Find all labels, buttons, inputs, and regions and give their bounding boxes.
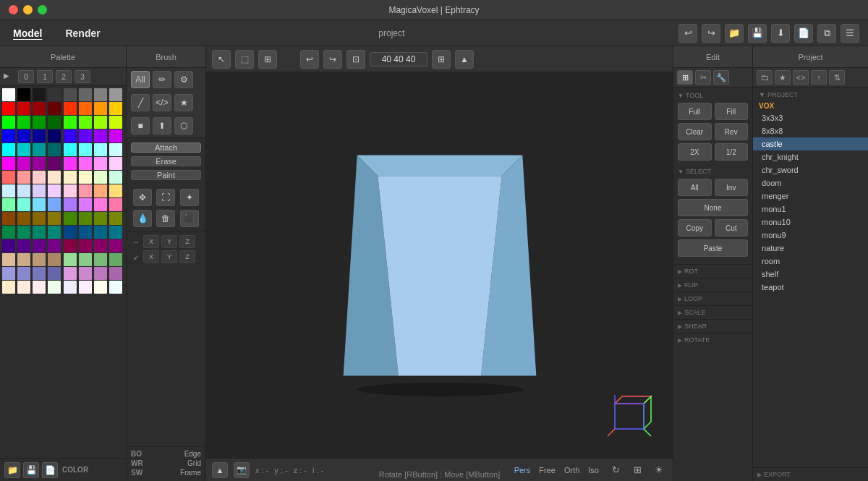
color-cell[interactable] bbox=[2, 102, 15, 115]
project-item[interactable]: 3x3x3 bbox=[753, 111, 868, 124]
maximize-button[interactable] bbox=[38, 5, 47, 14]
color-cell[interactable] bbox=[48, 226, 61, 239]
project-item[interactable]: chr_knight bbox=[753, 150, 868, 163]
color-cell[interactable] bbox=[17, 116, 30, 129]
save-button[interactable]: 💾 bbox=[748, 24, 767, 43]
inv-button[interactable]: Inv bbox=[715, 179, 749, 196]
color-cell[interactable] bbox=[2, 239, 15, 252]
loop-title[interactable]: ▶ LOOP bbox=[678, 295, 748, 302]
paste-button[interactable]: Paste bbox=[678, 239, 748, 257]
color-cell[interactable] bbox=[94, 267, 107, 280]
color-cell[interactable] bbox=[64, 171, 77, 184]
color-cell[interactable] bbox=[17, 184, 30, 197]
color-cell[interactable] bbox=[17, 212, 30, 225]
color-cell[interactable] bbox=[94, 157, 107, 170]
wand-btn[interactable]: ✦ bbox=[180, 189, 199, 206]
color-cell[interactable] bbox=[79, 88, 92, 101]
color-cell[interactable] bbox=[2, 116, 15, 129]
view-iso-btn[interactable]: Iso bbox=[585, 464, 602, 476]
color-cell[interactable] bbox=[109, 171, 122, 184]
color-cell[interactable] bbox=[17, 88, 30, 101]
color-cell[interactable] bbox=[17, 102, 30, 115]
color-cell[interactable] bbox=[2, 212, 15, 225]
menu-model[interactable]: Model bbox=[9, 26, 46, 41]
flip-title[interactable]: ▶ FLIP bbox=[678, 281, 748, 289]
color-cell[interactable] bbox=[33, 212, 46, 225]
project-item[interactable]: shelf bbox=[753, 268, 868, 281]
color-cell[interactable] bbox=[48, 102, 61, 115]
color-cell[interactable] bbox=[48, 212, 61, 225]
project-tab-upload[interactable]: ↑ bbox=[811, 70, 827, 85]
color-cell[interactable] bbox=[2, 267, 15, 280]
color-cell[interactable] bbox=[17, 129, 30, 142]
edit-tab-select[interactable]: ✂ bbox=[695, 70, 711, 85]
project-item[interactable]: castle bbox=[753, 137, 868, 150]
project-item[interactable]: menger bbox=[753, 190, 868, 203]
color-cell[interactable] bbox=[79, 102, 92, 115]
color-cell[interactable] bbox=[33, 171, 46, 184]
brush-line-btn[interactable]: ╱ bbox=[131, 94, 150, 111]
frame-label[interactable]: Frame bbox=[180, 469, 201, 477]
color-cell[interactable] bbox=[109, 198, 122, 211]
color-cell[interactable] bbox=[64, 226, 77, 239]
brush-square-btn[interactable]: ■ bbox=[131, 117, 150, 135]
project-tab-folder[interactable]: 🗀 bbox=[757, 70, 773, 85]
fill-button[interactable]: Fill bbox=[715, 103, 749, 120]
color-cell[interactable] bbox=[33, 281, 46, 294]
vp-undo-btn[interactable]: ↩ bbox=[300, 50, 319, 69]
half-button[interactable]: 1/2 bbox=[715, 143, 749, 161]
color-cell[interactable] bbox=[64, 281, 77, 294]
color-cell[interactable] bbox=[48, 171, 61, 184]
fill-btn[interactable]: ⬛ bbox=[180, 210, 199, 227]
color-cell[interactable] bbox=[48, 267, 61, 280]
view-orth-btn[interactable]: Orth bbox=[561, 464, 582, 476]
color-cell[interactable] bbox=[79, 171, 92, 184]
color-cell[interactable] bbox=[33, 198, 46, 211]
color-cell[interactable] bbox=[33, 267, 46, 280]
vp-redo-btn[interactable]: ↪ bbox=[323, 50, 342, 69]
color-cell[interactable] bbox=[109, 253, 122, 266]
project-item[interactable]: doom bbox=[753, 176, 868, 190]
view-free-btn[interactable]: Free bbox=[536, 464, 558, 476]
color-cell[interactable] bbox=[2, 184, 15, 197]
color-cell[interactable] bbox=[94, 239, 107, 252]
color-cell[interactable] bbox=[109, 239, 122, 252]
clear-button[interactable]: Clear bbox=[678, 123, 712, 140]
color-cell[interactable] bbox=[33, 253, 46, 266]
color-cell[interactable] bbox=[64, 116, 77, 129]
color-cell[interactable] bbox=[64, 129, 77, 142]
menu-button[interactable]: ☰ bbox=[841, 24, 859, 43]
color-cell[interactable] bbox=[109, 184, 122, 197]
copy-file-button[interactable]: ⧉ bbox=[817, 24, 836, 43]
brush-pencil-btn[interactable]: ✏ bbox=[153, 71, 171, 88]
project-item[interactable]: chr_sword bbox=[753, 163, 868, 176]
color-cell[interactable] bbox=[48, 253, 61, 266]
color-cell[interactable] bbox=[64, 253, 77, 266]
project-item[interactable]: monu10 bbox=[753, 216, 868, 229]
color-cell[interactable] bbox=[109, 212, 122, 225]
color-cell[interactable] bbox=[94, 226, 107, 239]
color-cell[interactable] bbox=[94, 281, 107, 294]
axis-y2-btn[interactable]: Y bbox=[161, 250, 177, 263]
color-cell[interactable] bbox=[33, 226, 46, 239]
color-cell[interactable] bbox=[64, 184, 77, 197]
project-item[interactable]: monu9 bbox=[753, 229, 868, 242]
full-button[interactable]: Full bbox=[678, 103, 712, 120]
view-pers-btn[interactable]: Pers bbox=[511, 464, 534, 476]
color-cell[interactable] bbox=[109, 267, 122, 280]
project-item[interactable]: 8x8x8 bbox=[753, 124, 868, 137]
color-cell[interactable] bbox=[79, 129, 92, 142]
vp-light-btn[interactable]: ☀ bbox=[651, 462, 667, 478]
color-cell[interactable] bbox=[109, 129, 122, 142]
color-cell[interactable] bbox=[64, 212, 77, 225]
color-cell[interactable] bbox=[109, 157, 122, 170]
palette-tab-3[interactable]: 3 bbox=[75, 70, 90, 83]
select-btn[interactable]: ⛶ bbox=[156, 189, 175, 206]
project-item[interactable]: room bbox=[753, 255, 868, 268]
new-file-button[interactable]: 📄 bbox=[794, 24, 813, 43]
color-cell[interactable] bbox=[94, 116, 107, 129]
palette-play-icon[interactable]: ▶ bbox=[4, 72, 14, 82]
color-cell[interactable] bbox=[48, 239, 61, 252]
close-button[interactable] bbox=[9, 5, 18, 14]
vp-expand-btn[interactable]: ⊞ bbox=[432, 50, 451, 69]
